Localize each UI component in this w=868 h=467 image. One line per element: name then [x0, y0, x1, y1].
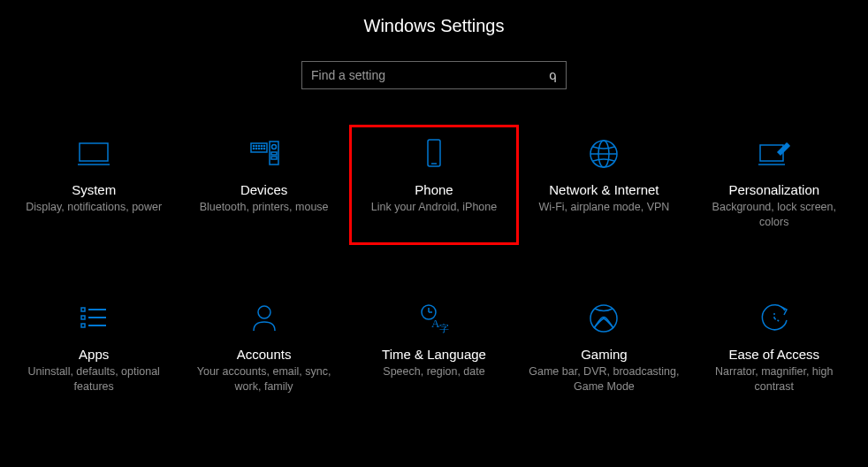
- tile-gaming[interactable]: Gaming Game bar, DVR, broadcasting, Game…: [519, 289, 689, 410]
- tile-desc: Display, notifications, power: [26, 200, 162, 215]
- tile-network[interactable]: Network & Internet Wi-Fi, airplane mode,…: [519, 125, 689, 245]
- svg-point-3: [253, 145, 254, 146]
- tile-title: System: [72, 182, 116, 197]
- devices-icon: [247, 136, 282, 172]
- tile-title: Network & Internet: [549, 182, 659, 197]
- svg-rect-15: [271, 152, 277, 155]
- svg-point-4: [255, 145, 256, 146]
- personalization-icon: [757, 136, 792, 172]
- svg-rect-29: [81, 324, 85, 327]
- tile-title: Time & Language: [382, 347, 486, 362]
- ease-of-access-icon: [757, 301, 792, 336]
- tile-desc: Bluetooth, printers, mouse: [200, 200, 329, 215]
- tile-desc: Narrator, magnifier, high contrast: [697, 364, 851, 394]
- tile-title: Apps: [79, 347, 109, 362]
- globe-icon: [586, 136, 621, 172]
- svg-point-5: [258, 145, 259, 146]
- svg-point-12: [263, 148, 264, 149]
- svg-rect-27: [81, 316, 85, 319]
- display-icon: [76, 136, 111, 172]
- svg-point-10: [258, 148, 259, 149]
- tile-title: Devices: [240, 182, 287, 197]
- tile-desc: Game bar, DVR, broadcasting, Game Mode: [527, 364, 681, 394]
- svg-point-9: [255, 148, 256, 149]
- tile-desc: Background, lock screen, colors: [697, 200, 851, 230]
- search-icon: ⍴: [549, 68, 557, 82]
- svg-rect-0: [80, 143, 108, 161]
- tile-devices[interactable]: Devices Bluetooth, printers, mouse: [179, 125, 348, 245]
- svg-rect-16: [271, 157, 277, 159]
- tile-personalization[interactable]: Personalization Background, lock screen,…: [689, 125, 859, 245]
- page-title: Windows Settings: [0, 16, 868, 36]
- svg-point-31: [258, 306, 270, 318]
- tile-desc: Uninstall, defaults, optional features: [17, 364, 171, 394]
- tile-desc: Link your Android, iPhone: [371, 200, 497, 215]
- svg-line-39: [774, 318, 780, 322]
- svg-rect-25: [81, 308, 85, 311]
- search-box[interactable]: ⍴: [301, 61, 567, 89]
- svg-point-7: [263, 145, 264, 146]
- tile-title: Personalization: [729, 182, 820, 197]
- tile-desc: Your accounts, email, sync, work, family: [187, 364, 340, 394]
- tile-title: Ease of Access: [729, 347, 820, 362]
- apps-icon: [76, 301, 111, 336]
- tile-title: Phone: [415, 182, 453, 197]
- tile-apps[interactable]: Apps Uninstall, defaults, optional featu…: [9, 289, 179, 410]
- tile-title: Accounts: [237, 347, 292, 362]
- tile-time-language[interactable]: A 字 Time & Language Speech, region, date: [349, 289, 519, 410]
- tile-title: Gaming: [581, 347, 628, 362]
- svg-point-14: [271, 145, 276, 149]
- tile-phone[interactable]: Phone Link your Android, iPhone: [349, 125, 519, 245]
- svg-point-8: [253, 148, 254, 149]
- svg-rect-17: [428, 140, 440, 166]
- tile-system[interactable]: System Display, notifications, power: [9, 125, 179, 245]
- tile-accounts[interactable]: Accounts Your accounts, email, sync, wor…: [179, 289, 348, 410]
- svg-point-6: [261, 145, 262, 146]
- time-language-icon: A 字: [416, 301, 452, 336]
- phone-icon: [416, 136, 452, 172]
- search-input[interactable]: [311, 68, 549, 82]
- tile-desc: Speech, region, date: [383, 364, 484, 379]
- tile-ease-of-access[interactable]: Ease of Access Narrator, magnifier, high…: [689, 289, 859, 410]
- settings-grid: System Display, notifications, power Dev…: [0, 125, 868, 410]
- tile-desc: Wi-Fi, airplane mode, VPN: [538, 200, 669, 215]
- svg-text:字: 字: [439, 323, 449, 333]
- xbox-icon: [586, 301, 621, 336]
- svg-point-11: [261, 148, 262, 149]
- person-icon: [247, 301, 282, 336]
